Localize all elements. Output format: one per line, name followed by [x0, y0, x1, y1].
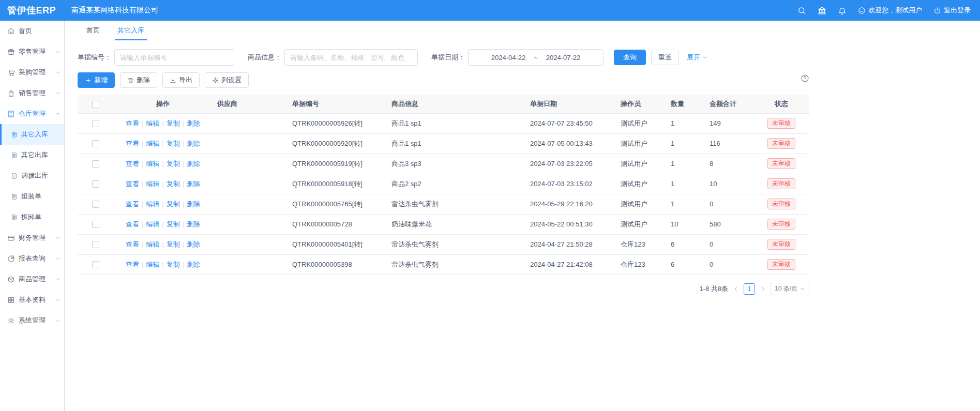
amount-cell: 0	[704, 194, 753, 214]
row-action-copy[interactable]: 复制	[167, 261, 180, 268]
row-action-view[interactable]: 查看	[126, 160, 139, 168]
sidebar-item-sales-mgmt[interactable]: 销售管理	[0, 83, 64, 103]
status-badge: 未审核	[767, 239, 795, 250]
row-action-edit[interactable]: 编辑	[146, 200, 159, 208]
row-select-cell	[78, 214, 114, 234]
row-checkbox[interactable]	[92, 201, 99, 208]
add-button[interactable]: 新增	[78, 72, 115, 88]
sidebar-item-purchase-mgmt[interactable]: 采购管理	[0, 62, 64, 83]
sidebar-item-label: 基本资料	[19, 295, 55, 305]
row-action-view[interactable]: 查看	[126, 220, 139, 228]
tab-other-inbound[interactable]: 其它入库	[109, 21, 153, 40]
row-checkbox[interactable]	[92, 241, 99, 248]
row-action-delete[interactable]: 删除	[187, 140, 200, 147]
date-start[interactable]: 2024-04-22	[491, 54, 526, 62]
page-size-select[interactable]: 10 条/页	[771, 283, 809, 295]
row-action-edit[interactable]: 编辑	[146, 119, 159, 127]
row-action-edit[interactable]: 编辑	[146, 180, 159, 188]
sidebar-item-retail-mgmt[interactable]: 零售管理	[0, 41, 64, 62]
welcome-user[interactable]: 欢迎您，测试用户	[858, 6, 922, 15]
next-page-button[interactable]	[759, 285, 766, 293]
row-checkbox[interactable]	[92, 160, 99, 168]
order-no-input[interactable]	[114, 49, 234, 66]
row-action-delete[interactable]: 删除	[187, 240, 200, 248]
sidebar-item-basic-data[interactable]: 基本资料	[0, 290, 64, 310]
sidebar-item-warehouse-mgmt[interactable]: 仓库管理	[0, 103, 64, 124]
row-action-view[interactable]: 查看	[126, 261, 139, 268]
row-action-copy[interactable]: 复制	[167, 220, 180, 228]
row-checkbox[interactable]	[92, 261, 99, 268]
row-checkbox[interactable]	[92, 221, 99, 228]
qty-cell: 6	[666, 234, 704, 254]
row-action-edit[interactable]: 编辑	[146, 240, 159, 248]
row-checkbox[interactable]	[92, 120, 99, 127]
reset-button[interactable]: 重置	[651, 50, 679, 65]
row-checkbox[interactable]	[92, 140, 99, 147]
row-action-delete[interactable]: 删除	[187, 160, 200, 168]
logout-button[interactable]: 退出登录	[933, 6, 971, 15]
product-cell: 商品2 sp2	[386, 174, 525, 194]
row-action-copy[interactable]: 复制	[167, 140, 180, 147]
bank-icon[interactable]	[818, 6, 826, 15]
select-all-checkbox[interactable]	[92, 101, 99, 108]
sidebar-item-finance-mgmt[interactable]: 财务管理	[0, 227, 64, 248]
expand-toggle[interactable]: 展开	[687, 53, 708, 62]
sidebar-item-report-query[interactable]: 报表查询	[0, 248, 64, 269]
sidebar-item-transfer-outbound[interactable]: 调拨出库	[0, 165, 64, 186]
delete-button[interactable]: 删除	[120, 72, 157, 88]
row-action-copy[interactable]: 复制	[167, 119, 180, 127]
bell-icon[interactable]	[838, 6, 847, 15]
action-separator: |	[142, 220, 143, 228]
sidebar-item-other-outbound[interactable]: 其它出库	[0, 145, 64, 165]
page-number[interactable]: 1	[744, 283, 755, 295]
sidebar-item-assembly-order[interactable]: 组装单	[0, 186, 64, 207]
table-row: 查看|编辑|复制|删除QTRK00000005728奶油味爆米花2024-05-…	[78, 214, 809, 234]
plus-icon	[85, 77, 92, 84]
date-range-picker[interactable]: 2024-04-22 ~ 2024-07-22	[468, 49, 604, 66]
help-icon[interactable]	[801, 74, 809, 83]
row-action-edit[interactable]: 编辑	[146, 160, 159, 168]
row-action-delete[interactable]: 删除	[187, 261, 200, 268]
row-action-copy[interactable]: 复制	[167, 200, 180, 208]
sidebar-item-home[interactable]: 首页	[0, 21, 64, 41]
sidebar-item-other-inbound[interactable]: 其它入库	[0, 124, 64, 145]
sidebar-item-system-mgmt[interactable]: 系统管理	[0, 310, 64, 331]
search-button[interactable]: 查询	[614, 50, 646, 65]
status-cell: 未审核	[753, 234, 809, 254]
row-action-view[interactable]: 查看	[126, 119, 139, 127]
row-action-delete[interactable]: 删除	[187, 200, 200, 208]
row-action-delete[interactable]: 删除	[187, 220, 200, 228]
operator-cell: 测试用户	[615, 154, 666, 174]
row-action-edit[interactable]: 编辑	[146, 261, 159, 268]
row-action-edit[interactable]: 编辑	[146, 140, 159, 147]
report-icon	[7, 255, 15, 263]
goods-icon	[7, 276, 15, 283]
action-separator: |	[142, 180, 143, 188]
column-header: 状态	[753, 95, 809, 113]
row-action-view[interactable]: 查看	[126, 240, 139, 248]
export-button[interactable]: 导出	[162, 72, 200, 88]
column-settings-button[interactable]: 列设置	[205, 72, 249, 88]
row-action-view[interactable]: 查看	[126, 200, 139, 208]
tab-home[interactable]: 首页	[78, 21, 109, 40]
date-end[interactable]: 2024-07-22	[546, 54, 581, 62]
row-action-delete[interactable]: 删除	[187, 180, 200, 188]
sidebar-item-goods-mgmt[interactable]: 商品管理	[0, 269, 64, 290]
qty-cell: 1	[666, 154, 704, 174]
row-action-delete[interactable]: 删除	[187, 119, 200, 127]
row-action-copy[interactable]: 复制	[167, 240, 180, 248]
search-icon[interactable]	[797, 6, 806, 15]
status-badge: 未审核	[767, 118, 795, 129]
row-action-view[interactable]: 查看	[126, 180, 139, 188]
row-action-edit[interactable]: 编辑	[146, 220, 159, 228]
product-info-input[interactable]	[284, 49, 418, 66]
row-checkbox[interactable]	[92, 180, 99, 188]
actions-cell: 查看|编辑|复制|删除	[114, 154, 212, 174]
status-badge: 未审核	[767, 158, 795, 169]
row-action-view[interactable]: 查看	[126, 140, 139, 147]
prev-page-button[interactable]	[732, 285, 740, 293]
row-action-copy[interactable]: 复制	[167, 180, 180, 188]
row-action-copy[interactable]: 复制	[167, 160, 180, 168]
sidebar-item-disassembly-order[interactable]: 拆卸单	[0, 207, 64, 227]
column-header: 单据日期	[525, 95, 615, 113]
